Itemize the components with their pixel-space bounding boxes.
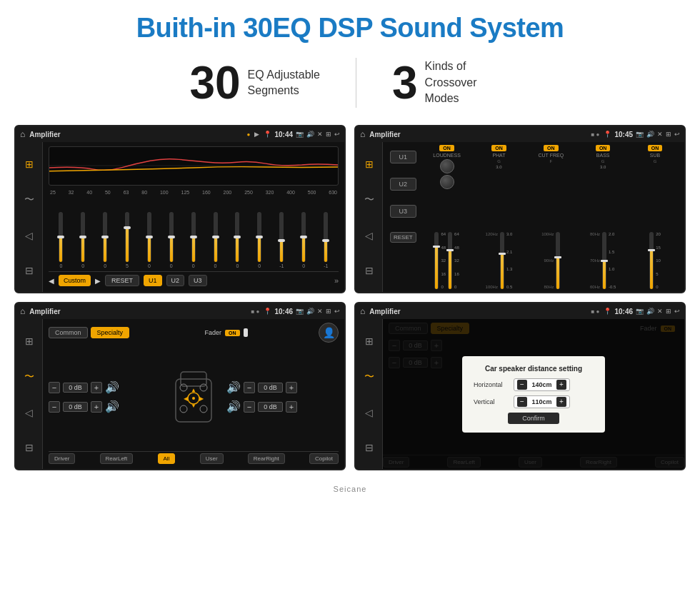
screen2-sidebar: ⊞ 〜 ◁ ⊟ [356, 142, 383, 292]
svg-text:▲: ▲ [191, 387, 196, 393]
screen3-sidebar: ⊞ 〜 ◁ ⊟ [16, 319, 43, 469]
u2-btn[interactable]: U2 [166, 275, 185, 286]
back-icon-2[interactable]: ↩ [674, 131, 680, 138]
close-icon-3[interactable]: ✕ [317, 308, 323, 315]
next-icon[interactable]: ▶ [95, 277, 101, 285]
location-icon-4: 📍 [604, 308, 611, 315]
watermark: Seicane [0, 482, 700, 499]
u3-crossover-btn[interactable]: U3 [390, 205, 416, 218]
window-icon-2[interactable]: ⊞ [666, 131, 671, 138]
distance-dialog: Car speaker distance setting Horizontal … [462, 356, 605, 433]
wave-icon[interactable]: 〜 [24, 193, 34, 206]
custom-btn[interactable]: Custom [59, 275, 91, 286]
window-icon-4[interactable]: ⊞ [666, 308, 671, 315]
close-icon[interactable]: ✕ [317, 131, 323, 138]
screen2-bar: ⌂ Amplifier ■ ● 📍 10:45 📷 🔊 ✕ ⊞ ↩ [356, 126, 684, 142]
reset-crossover-btn[interactable]: RESET [390, 232, 416, 243]
freq-160: 160 [202, 190, 211, 195]
prev-icon[interactable]: ◀ [49, 277, 54, 285]
screens-grid: ⌂ Amplifier ● ▶ 📍 10:44 📷 🔊 ✕ ⊞ ↩ ⊞ 〜 ◁ … [0, 119, 700, 482]
vertical-row: Vertical − 110cm + [474, 395, 594, 408]
bass-sliders: 80Hz 70Hz 60Hz 2.0 1.5 1.0 [590, 171, 616, 289]
cutfreq-on-btn[interactable]: ON [544, 145, 559, 151]
wave-icon-3[interactable]: 〜 [24, 370, 34, 383]
eq-icon-2[interactable]: ⊞ [365, 158, 374, 170]
rear-left-btn[interactable]: RearLeft [100, 453, 134, 464]
reset-btn[interactable]: RESET [105, 275, 139, 286]
u1-crossover-btn[interactable]: U1 [390, 151, 416, 163]
u2-crossover-btn[interactable]: U2 [390, 178, 416, 191]
svg-point-8 [192, 397, 195, 400]
speaker-icon-2[interactable]: ◁ [365, 230, 373, 241]
rl-minus-btn[interactable]: − [49, 401, 60, 413]
loudness-on-btn[interactable]: ON [439, 145, 454, 151]
freq-63: 63 [124, 190, 129, 195]
fader-on-toggle[interactable]: ON [225, 330, 240, 336]
back-icon-3[interactable]: ↩ [334, 308, 340, 315]
vertical-label: Vertical [474, 398, 509, 405]
rl-plus-btn[interactable]: + [91, 401, 102, 413]
driver-btn[interactable]: Driver [49, 453, 75, 464]
rr-minus-btn[interactable]: − [244, 401, 255, 413]
specialty-tab[interactable]: Specialty [91, 327, 130, 338]
expand-icon[interactable]: » [334, 276, 339, 285]
eq-freq-labels: 25 32 40 50 63 80 100 125 160 200 250 32… [49, 190, 339, 195]
phat-sliders: 120Hz 100Hz 3.0 2.1 1.3 0. [486, 171, 513, 289]
back-icon-4[interactable]: ↩ [674, 308, 680, 315]
rr-plus-btn[interactable]: + [286, 401, 297, 413]
horizontal-plus-btn[interactable]: + [556, 380, 566, 390]
u1-btn[interactable]: U1 [144, 275, 162, 286]
horizontal-minus-btn[interactable]: − [517, 380, 527, 390]
sub-on-btn[interactable]: ON [648, 145, 663, 151]
eq-slider-6: 0 [169, 212, 174, 268]
fr-minus-btn[interactable]: − [244, 382, 255, 393]
home-icon[interactable]: ⌂ [20, 129, 25, 139]
all-btn[interactable]: All [158, 453, 176, 464]
vol-down-icon-2[interactable]: ⊟ [365, 265, 374, 276]
close-icon-4[interactable]: ✕ [657, 308, 663, 315]
fr-plus-btn[interactable]: + [286, 382, 297, 393]
loudness-knob[interactable] [440, 159, 454, 173]
fl-minus-btn[interactable]: − [49, 382, 60, 393]
u3-btn[interactable]: U3 [189, 275, 207, 286]
play-icon[interactable]: ▶ [254, 131, 259, 138]
eq-icon-4[interactable]: ⊞ [365, 335, 374, 347]
screen3-tabs: Common Specialty [49, 327, 129, 338]
window-icon-3[interactable]: ⊞ [326, 308, 331, 315]
fl-plus-btn[interactable]: + [91, 382, 102, 393]
eq-icon-3[interactable]: ⊞ [25, 335, 34, 347]
dialog-confirm-btn[interactable]: Confirm [508, 413, 559, 424]
close-icon-2[interactable]: ✕ [657, 131, 663, 138]
screen3-bar: ⌂ Amplifier ■ ● 📍 10:46 📷 🔊 ✕ ⊞ ↩ [16, 303, 344, 319]
vertical-minus-btn[interactable]: − [517, 397, 527, 407]
phat-on-btn[interactable]: ON [491, 145, 506, 151]
copilot-btn[interactable]: Copilot [309, 453, 339, 464]
wave-icon-4[interactable]: 〜 [364, 370, 374, 383]
user-btn[interactable]: User [200, 453, 224, 464]
ch-cutfreq: ON CUT FREQ F 100Hz 90Hz 80Hz [526, 145, 576, 289]
home-icon-2[interactable]: ⌂ [360, 129, 365, 139]
speaker-icon[interactable]: ◁ [25, 230, 33, 241]
vol-down-icon-4[interactable]: ⊟ [365, 442, 374, 453]
vertical-plus-btn[interactable]: + [556, 397, 566, 407]
wave-icon-2[interactable]: 〜 [364, 193, 374, 206]
speaker-icon-3[interactable]: ◁ [25, 407, 33, 418]
window-icon[interactable]: ⊞ [326, 131, 331, 138]
home-icon-4[interactable]: ⌂ [360, 306, 365, 316]
rear-right-row: 🔊 − 0 dB + [226, 400, 339, 413]
speaker-icon-4[interactable]: ◁ [365, 407, 373, 418]
screen3-dots: ■ ● [251, 308, 260, 315]
freq-50: 50 [105, 190, 111, 195]
common-tab[interactable]: Common [49, 327, 88, 338]
bass-on-btn[interactable]: ON [596, 145, 611, 151]
eq-slider-4: 5 [125, 212, 129, 268]
car-diagram-container: ▲ ▼ ◀ ▶ [165, 365, 222, 429]
location-icon-2: 📍 [604, 131, 611, 138]
back-icon[interactable]: ↩ [334, 131, 340, 138]
eq-icon[interactable]: ⊞ [25, 158, 34, 170]
loudness-knob2[interactable] [440, 175, 454, 189]
rear-right-btn[interactable]: RearRight [248, 453, 285, 464]
vol-down-icon[interactable]: ⊟ [25, 265, 34, 276]
home-icon-3[interactable]: ⌂ [20, 306, 25, 316]
vol-down-icon-3[interactable]: ⊟ [25, 442, 34, 453]
